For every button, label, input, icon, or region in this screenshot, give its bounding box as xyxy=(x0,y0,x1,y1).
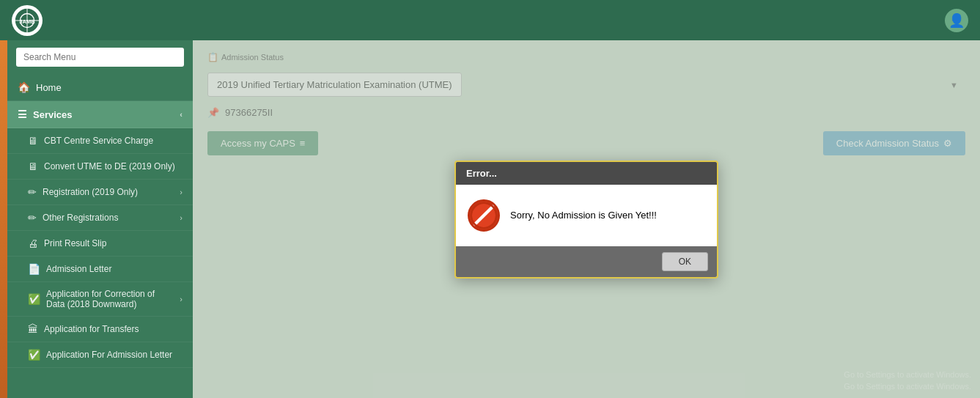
convert-label: Convert UTME to DE (2019 Only) xyxy=(44,161,183,172)
sidebar-item-registration[interactable]: ✏ Registration (2019 Only) › xyxy=(7,180,193,205)
other-reg-label: Other Registrations xyxy=(43,213,174,223)
registration-label: Registration (2019 Only) xyxy=(43,187,174,197)
cbt-label: CBT Centre Service Charge xyxy=(44,136,183,146)
sidebar-item-transfers[interactable]: 🏛 Application for Transfers xyxy=(7,317,193,342)
ban-svg xyxy=(470,199,498,232)
header: JAMB 👤 xyxy=(0,0,980,40)
transfers-icon: 🏛 xyxy=(28,323,38,335)
sidebar-item-print-result[interactable]: 🖨 Print Result Slip xyxy=(7,231,193,257)
cbt-icon: 🖥 xyxy=(28,135,38,147)
correction-label: Application for Correction of Data (2018… xyxy=(46,289,174,309)
admission-letter2-icon: ✅ xyxy=(28,349,40,361)
sidebar-item-correction[interactable]: ✅ Application for Correction of Data (20… xyxy=(7,282,193,317)
convert-icon: 🖥 xyxy=(28,161,38,172)
registration-chevron-icon: › xyxy=(180,188,183,196)
admission-letter-label: Admission Letter xyxy=(46,264,183,274)
admission-letter2-label: Application For Admission Letter xyxy=(46,350,183,360)
modal-header-label: Error... xyxy=(466,168,497,179)
modal-overlay: Error... Sorry, No Admission is Given Ye… xyxy=(193,40,980,398)
other-reg-icon: ✏ xyxy=(28,212,37,224)
left-accent-bar xyxy=(0,40,7,398)
sidebar-item-home[interactable]: 🏠 Home xyxy=(7,74,193,101)
transfers-label: Application for Transfers xyxy=(44,324,183,334)
correction-icon: ✅ xyxy=(28,293,40,305)
print-result-label: Print Result Slip xyxy=(44,238,183,248)
modal-header: Error... xyxy=(456,162,717,185)
correction-chevron-icon: › xyxy=(180,295,183,303)
ok-button[interactable]: OK xyxy=(662,252,708,271)
logo: JAMB xyxy=(12,5,43,36)
avatar[interactable]: 👤 xyxy=(945,9,968,32)
search-input[interactable] xyxy=(16,48,184,67)
sidebar-item-admission-letter[interactable]: 📄 Admission Letter xyxy=(7,257,193,282)
sidebar-item-services[interactable]: ☰ Services ‹ xyxy=(7,101,193,128)
print-result-icon: 🖨 xyxy=(28,237,38,249)
sidebar-home-label: Home xyxy=(36,82,183,93)
error-modal: Error... Sorry, No Admission is Given Ye… xyxy=(454,161,718,279)
sidebar-item-cbt[interactable]: 🖥 CBT Centre Service Charge xyxy=(7,128,193,154)
services-chevron-icon: ‹ xyxy=(180,110,183,119)
svg-text:JAMB: JAMB xyxy=(19,18,35,24)
sidebar-services-label: Services xyxy=(33,109,174,120)
error-icon xyxy=(468,199,500,232)
logo-icon: JAMB xyxy=(13,7,41,34)
modal-body: Sorry, No Admission is Given Yet!!! xyxy=(456,185,717,246)
sidebar-item-admission-letter2[interactable]: ✅ Application For Admission Letter xyxy=(7,342,193,368)
main-content: 📋 Admission Status 2019 Unified Tertiary… xyxy=(193,40,980,398)
ban-icon xyxy=(468,199,500,232)
modal-message: Sorry, No Admission is Given Yet!!! xyxy=(510,210,657,221)
modal-footer: OK xyxy=(456,246,717,277)
sidebar-item-convert[interactable]: 🖥 Convert UTME to DE (2019 Only) xyxy=(7,154,193,180)
sidebar: 🏠 Home ☰ Services ‹ 🖥 CBT Centre Service… xyxy=(7,40,193,398)
registration-icon: ✏ xyxy=(28,186,37,198)
sidebar-item-other-reg[interactable]: ✏ Other Registrations › xyxy=(7,205,193,231)
avatar-icon: 👤 xyxy=(948,12,965,29)
services-icon: ☰ xyxy=(18,108,27,120)
other-reg-chevron-icon: › xyxy=(180,213,183,222)
home-icon: 🏠 xyxy=(18,81,30,93)
layout: 🏠 Home ☰ Services ‹ 🖥 CBT Centre Service… xyxy=(0,40,980,398)
admission-letter-icon: 📄 xyxy=(28,263,40,275)
sidebar-search-wrapper xyxy=(7,40,193,74)
